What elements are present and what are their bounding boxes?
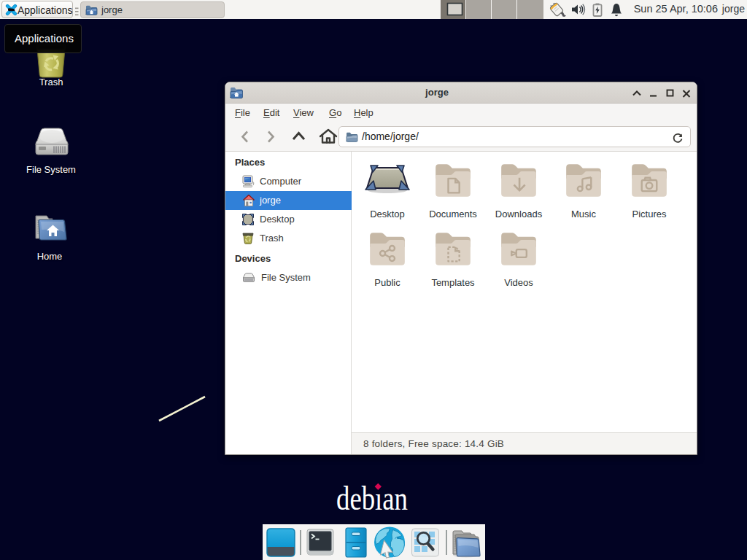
svg-text:debıan: debıan [336, 480, 408, 517]
